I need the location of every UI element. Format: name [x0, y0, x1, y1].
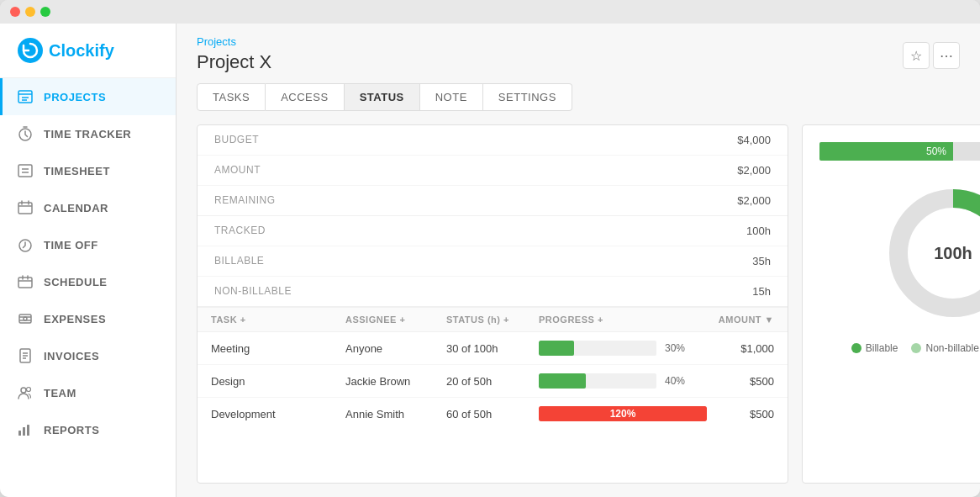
close-button[interactable] — [10, 7, 20, 17]
content-area: BUDGET $4,000 AMOUNT $2,000 REMAINING $2… — [177, 111, 980, 497]
task-name: Design — [211, 375, 345, 388]
stat-tracked: TRACKED 100h — [198, 216, 788, 246]
svg-rect-14 — [18, 278, 32, 288]
main-nav: PROJECTS TIME TRACKER TIMESHEET — [0, 78, 176, 448]
tracked-value: 100h — [746, 225, 771, 237]
remaining-label: REMAINING — [214, 194, 276, 207]
billable-legend-label: Billable — [866, 342, 898, 354]
status-hours: 30 of 100h — [446, 342, 539, 355]
title-bar — [0, 0, 980, 24]
sidebar-item-timesheet[interactable]: TIMESHEET — [0, 152, 176, 189]
amount-value: $2,000 — [737, 164, 771, 177]
sidebar-item-invoices[interactable]: INVOICES — [0, 337, 176, 374]
sidebar: Clockify PROJECTS TIME TRACKER — [0, 24, 177, 497]
tab-bar: TASKS ACCESS STATUS NOTE SETTINGS — [177, 73, 980, 111]
tab-tasks[interactable]: TASKS — [197, 83, 266, 111]
calendar-icon — [17, 199, 34, 216]
tracked-label: TRACKED — [214, 225, 266, 237]
legend-non-billable: Non-billable — [911, 342, 978, 354]
chart-legend: Billable Non-billable Remaining — [851, 342, 980, 354]
tab-access[interactable]: ACCESS — [266, 83, 344, 111]
sidebar-item-invoices-label: INVOICES — [44, 350, 99, 362]
stat-amount: AMOUNT $2,000 — [198, 156, 788, 186]
non-billable-label: NON-BILLABLE — [214, 285, 292, 298]
budget-bar-container: 50% — [819, 142, 980, 161]
budget-bar-track: 50% — [819, 142, 980, 161]
table-row: Meeting Anyone 30 of 100h 30% $1,000 — [198, 332, 788, 365]
svg-point-0 — [18, 38, 43, 63]
svg-point-26 — [21, 388, 26, 393]
task-name: Meeting — [211, 342, 345, 355]
maximize-button[interactable] — [40, 7, 50, 17]
billable-label: BILLABLE — [214, 255, 264, 267]
logo-icon — [17, 37, 44, 64]
tab-settings[interactable]: SETTINGS — [483, 83, 572, 111]
progress-bar-container — [539, 373, 656, 389]
reports-icon — [17, 421, 34, 438]
time-stats-section: TRACKED 100h BILLABLE 35h NON-BILLABLE 1… — [198, 216, 788, 307]
non-billable-value: 15h — [752, 285, 771, 298]
star-button[interactable]: ☆ — [903, 42, 930, 69]
team-icon — [17, 384, 34, 401]
col-header-assignee: ASSIGNEE + — [345, 315, 446, 325]
logo: Clockify — [0, 24, 176, 78]
logo-label: Clockify — [49, 41, 114, 61]
svg-rect-6 — [18, 165, 32, 177]
assignee-name: Annie Smith — [345, 408, 446, 420]
tasks-table: TASK + ASSIGNEE + STATUS (h) + PROGRESS … — [198, 307, 788, 430]
progress-wrap: 120% — [539, 406, 707, 421]
billable-value: 35h — [752, 255, 771, 267]
sidebar-item-expenses[interactable]: EXPENSES — [0, 300, 176, 337]
sidebar-item-time-off[interactable]: TIME OFF — [0, 226, 176, 263]
progress-wrap: 40% — [539, 373, 707, 389]
amount-value: $500 — [707, 375, 774, 388]
sidebar-item-timesheet-label: TIMESHEET — [44, 165, 110, 177]
tab-note[interactable]: NOTE — [420, 83, 483, 111]
more-button[interactable]: ⋯ — [933, 42, 960, 69]
billable-dot — [851, 343, 861, 353]
non-billable-legend-label: Non-billable — [925, 342, 978, 354]
stat-billable: BILLABLE 35h — [198, 246, 788, 277]
sidebar-item-schedule[interactable]: SCHEDULE — [0, 263, 176, 300]
stat-budget: BUDGET $4,000 — [198, 125, 788, 156]
progress-bar — [539, 341, 574, 356]
stat-remaining: REMAINING $2,000 — [198, 186, 788, 215]
svg-rect-30 — [27, 425, 29, 436]
sidebar-item-team[interactable]: TEAM — [0, 374, 176, 411]
status-hours: 60 of 50h — [446, 408, 539, 420]
table-row: Development Annie Smith 60 of 50h 120% — [198, 398, 788, 430]
stats-and-table: BUDGET $4,000 AMOUNT $2,000 REMAINING $2… — [197, 124, 788, 484]
app-body: Clockify PROJECTS TIME TRACKER — [0, 24, 980, 497]
sidebar-item-schedule-label: SCHEDULE — [44, 276, 108, 288]
status-hours: 20 of 50h — [446, 375, 539, 388]
header-left: Projects Project X — [197, 35, 271, 73]
page-header: Projects Project X ☆ ⋯ — [177, 24, 980, 73]
sidebar-item-reports[interactable]: REPORTS — [0, 411, 176, 448]
donut-chart: 100h — [877, 177, 980, 329]
progress-bar: 120% — [539, 406, 707, 421]
sidebar-item-calendar-label: CALENDAR — [44, 202, 108, 214]
invoices-icon — [17, 347, 34, 364]
timesheet-icon — [17, 162, 34, 179]
stats-section: BUDGET $4,000 AMOUNT $2,000 REMAINING $2… — [198, 125, 788, 216]
sidebar-item-calendar[interactable]: CALENDAR — [0, 189, 176, 226]
sidebar-item-projects-label: PROJECTS — [44, 91, 106, 103]
amount-value: $1,000 — [707, 342, 774, 355]
col-header-task: TASK + — [211, 315, 345, 325]
sidebar-item-time-tracker[interactable]: TIME TRACKER — [0, 115, 176, 152]
sidebar-item-projects[interactable]: PROJECTS — [0, 78, 176, 115]
svg-rect-29 — [23, 427, 25, 436]
assignee-name: Anyone — [345, 342, 446, 355]
budget-pct-label: 50% — [926, 145, 946, 157]
budget-bar-fill: 50% — [819, 142, 953, 161]
svg-rect-1 — [18, 91, 32, 103]
breadcrumb[interactable]: Projects — [197, 35, 271, 48]
page-title: Project X — [197, 51, 271, 73]
progress-wrap: 30% — [539, 341, 707, 356]
tab-status[interactable]: STATUS — [345, 83, 420, 111]
sidebar-item-time-off-label: TIME OFF — [44, 239, 98, 251]
svg-rect-28 — [18, 431, 21, 436]
minimize-button[interactable] — [25, 7, 35, 17]
progress-bar-container: 120% — [539, 406, 707, 421]
remaining-value: $2,000 — [737, 194, 771, 207]
